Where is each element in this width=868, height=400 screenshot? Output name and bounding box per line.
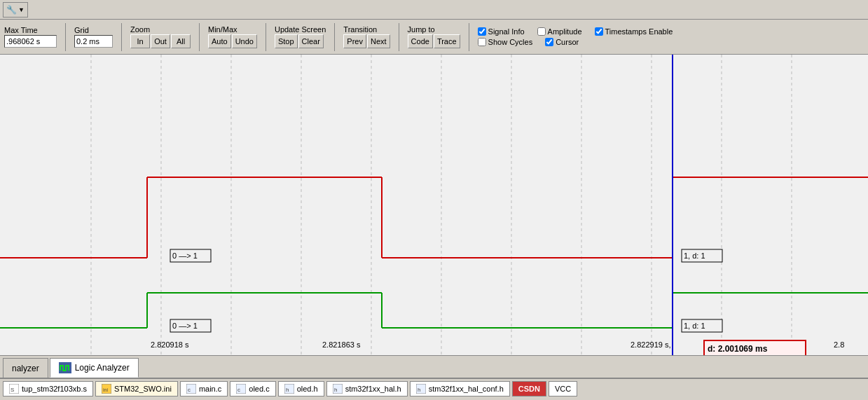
file-oledh-label: oled.h	[297, 385, 318, 393]
minmax-label: Min/Max	[208, 25, 237, 34]
timestamps-checkbox[interactable]	[595, 27, 603, 36]
svg-text:1,  d: 1: 1, d: 1	[684, 322, 705, 330]
maxtime-label: Max Time	[4, 26, 38, 34]
sep7	[469, 23, 469, 51]
update-row: Stop Clear	[275, 34, 324, 48]
file-startup-label: tup_stm32f103xb.s	[22, 385, 87, 393]
minmax-auto-button[interactable]: Auto	[208, 34, 231, 48]
tab-bar: nalyzer Logic Analyzer	[0, 356, 868, 378]
svg-text:2.822919 s,: 2.822919 s,	[631, 340, 671, 349]
minmax-row: Auto Undo	[208, 34, 257, 48]
ini-file-icon: ini	[102, 384, 111, 394]
h-file-icon-hal-conf: h	[416, 384, 426, 394]
svg-text:2.8: 2.8	[834, 340, 844, 349]
zoom-in-button[interactable]: In	[130, 34, 150, 48]
jumpto-trace-button[interactable]: Trace	[434, 34, 460, 48]
grid-input[interactable]	[74, 35, 113, 48]
svg-text:2.821863 s: 2.821863 s	[322, 340, 361, 349]
amplitude-checkbox[interactable]	[537, 27, 546, 36]
file-item-swo[interactable]: ini STM32_SWO.ini	[95, 381, 178, 396]
waveform-area[interactable]: 0 —> 1 0 —> 1 1, d: 1 1, d: 1 2.820918 s…	[0, 55, 868, 356]
svg-text:d: 2.001069 ms: d: 2.001069 ms	[708, 344, 768, 354]
svg-text:ini: ini	[103, 387, 108, 392]
file-item-oledh[interactable]: h oled.h	[278, 381, 324, 396]
sep5	[334, 23, 335, 51]
file-oledc-label: oled.c	[249, 385, 269, 393]
file-hal-h-label: stm32f1xx_hal.h	[345, 385, 401, 393]
show-cycles-label: Show Cycles	[488, 38, 533, 46]
zoom-group: Zoom In Out All	[130, 25, 191, 48]
file-hal-conf-label: stm32f1xx_hal_conf.h	[429, 385, 504, 393]
svg-text:2.820918 s: 2.820918 s	[151, 340, 189, 349]
file-item-vcc[interactable]: VCC	[549, 381, 577, 396]
cursor-checkbox[interactable]	[545, 38, 553, 46]
grid-label: Grid	[74, 26, 89, 34]
show-cycles-row: Show Cycles Cursor	[478, 38, 673, 46]
clear-button[interactable]: Clear	[298, 34, 324, 48]
svg-text:h: h	[286, 387, 289, 393]
file-item-oledc[interactable]: c oled.c	[230, 381, 275, 396]
maxtime-input[interactable]	[4, 35, 57, 48]
sep2	[121, 23, 122, 51]
svg-text:1,  d: 1: 1, d: 1	[684, 251, 705, 260]
file-item-startup[interactable]: S tup_stm32f103xb.s	[3, 381, 93, 396]
c-file-icon-oled: c	[236, 384, 246, 394]
jumpto-group: Jump to Code Trace	[408, 25, 460, 48]
signal-info-row: Signal Info Amplitude Timestamps Enable	[478, 27, 673, 36]
stop-button[interactable]: Stop	[275, 34, 298, 48]
show-cycles-checkbox[interactable]	[478, 38, 486, 46]
file-bar: S tup_stm32f103xb.s ini STM32_SWO.ini c …	[0, 378, 868, 398]
h-file-icon-oled: h	[284, 384, 294, 394]
zoom-out-button[interactable]: Out	[151, 34, 170, 48]
file-item-hal-conf[interactable]: h stm32f1xx_hal_conf.h	[410, 381, 510, 396]
cursor-label: Cursor	[556, 38, 579, 46]
file-item-hal-h[interactable]: h stm32f1xx_hal.h	[326, 381, 408, 396]
h-file-icon-hal: h	[333, 384, 343, 394]
file-item-mainc[interactable]: c main.c	[180, 381, 228, 396]
main-toolbar: Max Time Grid Zoom In Out All Min/Max Au…	[0, 20, 868, 55]
minmax-undo-button[interactable]: Undo	[232, 34, 257, 48]
zoom-label: Zoom	[130, 25, 150, 34]
maxtime-row	[4, 35, 57, 48]
grid-group: Grid	[74, 26, 113, 48]
maxtime-group: Max Time	[4, 26, 57, 48]
svg-text:h: h	[418, 387, 420, 393]
svg-text:0 —> 1: 0 —> 1	[172, 251, 198, 260]
update-label: Update Screen	[275, 25, 326, 34]
tab-logic-analyzer-label: Logic Analyzer	[75, 363, 130, 373]
svg-text:h: h	[334, 387, 337, 393]
transition-group: Transition Prev Next	[343, 25, 390, 48]
jumpto-code-button[interactable]: Code	[408, 34, 433, 48]
transition-row: Prev Next	[343, 34, 390, 48]
file-swo-label: STM32_SWO.ini	[114, 385, 172, 393]
zoom-row: In Out All	[130, 34, 191, 48]
wrench-button[interactable]: 🔧 ▼	[3, 2, 28, 18]
update-group: Update Screen Stop Clear	[275, 25, 326, 48]
vcc-label: VCC	[555, 385, 571, 393]
wrench-icon: 🔧	[6, 5, 17, 15]
tab-analyzer[interactable]: nalyzer	[3, 358, 48, 378]
transition-prev-button[interactable]: Prev	[343, 34, 366, 48]
csdn-badge[interactable]: CSDN	[512, 381, 546, 396]
svg-rect-0	[0, 55, 868, 356]
tab-analyzer-label: nalyzer	[12, 364, 39, 373]
asm-file-icon: S	[9, 384, 19, 394]
transition-next-button[interactable]: Next	[367, 34, 390, 48]
amplitude-label: Amplitude	[548, 27, 582, 36]
signal-info-checkbox[interactable]	[478, 27, 486, 36]
sep3	[199, 23, 200, 51]
jumpto-row: Code Trace	[408, 34, 460, 48]
waveform-svg: 0 —> 1 0 —> 1 1, d: 1 1, d: 1 2.820918 s…	[0, 55, 868, 356]
transition-label: Transition	[343, 25, 377, 34]
csdn-label: CSDN	[518, 385, 540, 393]
svg-text:c: c	[237, 387, 240, 393]
svg-text:c: c	[188, 387, 191, 393]
sep4	[266, 23, 266, 51]
svg-text:S: S	[11, 387, 14, 393]
jumpto-label: Jump to	[408, 25, 435, 34]
logic-analyzer-icon	[59, 362, 71, 373]
tab-logic-analyzer[interactable]: Logic Analyzer	[50, 358, 139, 378]
grid-row	[74, 35, 113, 48]
zoom-all-button[interactable]: All	[171, 34, 191, 48]
wrench-dropdown-icon: ▼	[18, 6, 25, 13]
